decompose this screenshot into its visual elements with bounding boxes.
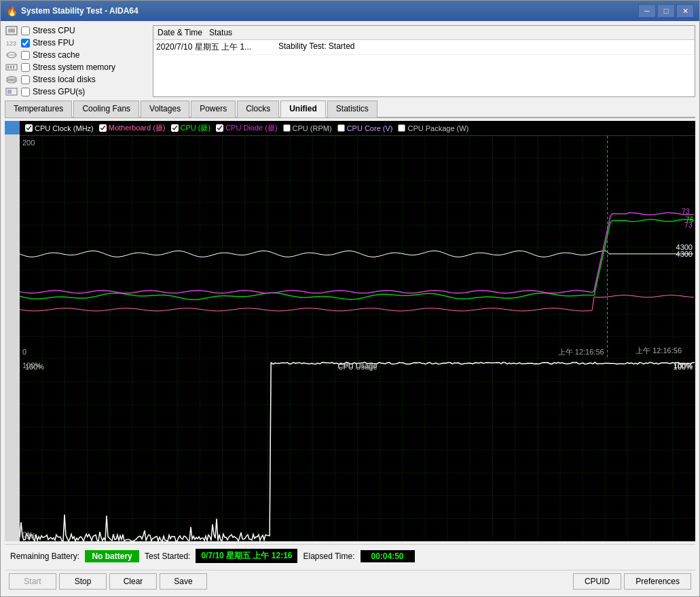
tab-unified[interactable]: Unified <box>280 101 326 117</box>
test-started-label: Test Started: <box>145 551 190 561</box>
legend-motherboard-label: Motherboard (摄) <box>109 123 166 133</box>
svg-text:73: 73 <box>682 207 690 215</box>
stress-gpu-checkbox[interactable] <box>21 88 30 96</box>
svg-rect-6 <box>7 66 9 69</box>
save-button[interactable]: Save <box>160 573 207 590</box>
top-section: Stress CPU 123 Stress FPU <box>5 25 695 97</box>
test-started-value: 0/7/10 星期五 上午 12:16 <box>196 549 297 563</box>
maximize-button[interactable]: □ <box>657 4 675 18</box>
stress-cache-item: Stress cache <box>5 50 147 60</box>
status-header: Date & Time Status <box>153 26 695 40</box>
legend-cpu-diode-checkbox[interactable] <box>216 124 223 132</box>
top-graph-svg: 73764300上午 12:16:56 <box>20 136 695 359</box>
stress-disks-checkbox[interactable] <box>21 75 30 84</box>
tab-clocks[interactable]: Clocks <box>237 101 279 117</box>
stress-cpu-label: Stress CPU <box>33 26 75 35</box>
battery-value: No battery <box>85 550 139 562</box>
svg-text:100%: 100% <box>674 363 693 371</box>
stress-fpu-label: Stress FPU <box>33 38 74 48</box>
legend-cpu-rpm-label: CPU (RPM) <box>293 124 332 132</box>
stress-disks-label: Stress local disks <box>33 75 96 84</box>
legend-cpu-package-label: CPU Package (W) <box>407 124 468 132</box>
stress-memory-checkbox[interactable] <box>21 63 30 72</box>
status-header-cell: Status <box>208 27 238 38</box>
cpuid-button[interactable]: CPUID <box>573 573 621 590</box>
tabs-section: Temperatures Cooling Fans Voltages Power… <box>5 100 695 118</box>
stress-fpu-item: 123 Stress FPU <box>5 37 147 48</box>
gpu-icon <box>5 86 18 97</box>
stress-memory-item: Stress system memory <box>5 62 147 73</box>
status-panel: Date & Time Status 2020/7/10 星期五 上午 1...… <box>153 25 695 97</box>
stress-cpu-checkbox[interactable] <box>21 26 30 35</box>
stress-memory-label: Stress system memory <box>33 62 115 72</box>
title-bar: 🔥 System Stability Test - AIDA64 ─ □ ✕ <box>1 1 699 21</box>
svg-text:4300: 4300 <box>676 250 693 258</box>
bottom-graph-svg: 100%0%CPU Usage100% <box>20 359 695 541</box>
status-row-0: 2020/7/10 星期五 上午 1... Stability Test: St… <box>153 40 695 55</box>
legend-cpu-label: CPU (摄) <box>181 123 211 133</box>
sidebar-scroll[interactable] <box>5 121 20 541</box>
legend-cpu-clock-checkbox[interactable] <box>25 124 33 132</box>
top-graph-container: 73764300上午 12:16:56 200 0 73 4300 上午 12:… <box>20 136 695 359</box>
svg-text:100%: 100% <box>25 363 44 371</box>
svg-text:CPU Usage: CPU Usage <box>337 363 377 371</box>
stress-disks-item: Stress local disks <box>5 74 147 85</box>
app-icon: 🔥 <box>6 5 17 16</box>
remaining-battery-label: Remaining Battery: <box>10 551 79 561</box>
legend-cpu-diode: CPU Diode (摄) <box>216 123 277 133</box>
legend-cpu-core-v: CPU Core (V) <box>337 124 393 132</box>
stress-cache-checkbox[interactable] <box>21 51 30 60</box>
svg-rect-8 <box>13 66 14 69</box>
legend-cpu-rpm-checkbox[interactable] <box>283 124 291 132</box>
stress-cpu-item: Stress CPU <box>5 25 147 36</box>
svg-rect-1 <box>8 29 15 33</box>
elapsed-time-label: Elapsed Time: <box>303 551 354 561</box>
legend-cpu-clock: CPU Clock (MHz) <box>25 124 94 132</box>
stress-fpu-checkbox[interactable] <box>21 39 30 48</box>
tabs-bar: Temperatures Cooling Fans Voltages Power… <box>5 100 695 118</box>
stress-gpu-item: Stress GPU(s) <box>5 86 147 97</box>
svg-rect-13 <box>7 90 12 94</box>
legend-motherboard-checkbox[interactable] <box>99 124 107 132</box>
legend-cpu-package-checkbox[interactable] <box>398 124 405 132</box>
tab-temperatures[interactable]: Temperatures <box>5 101 72 117</box>
legend-cpu-core-v-checkbox[interactable] <box>337 124 345 132</box>
stress-cache-label: Stress cache <box>33 50 79 60</box>
svg-text:123: 123 <box>6 40 16 47</box>
bottom-graph-container: 100%0%CPU Usage100% CPU Usage 100% 0% 10… <box>20 359 695 541</box>
button-bar: Start Stop Clear Save CPUID Preferences <box>5 570 695 592</box>
cpu-icon <box>5 25 18 36</box>
graphs-wrapper: CPU Clock (MHz) Motherboard (摄) CPU (摄) … <box>5 121 695 541</box>
legend-cpu: CPU (摄) <box>171 123 211 133</box>
status-value-text: Stability Test: Started <box>277 41 361 54</box>
legend-cpu-core-v-label: CPU Core (V) <box>347 124 393 132</box>
legend-cpu-rpm: CPU (RPM) <box>283 124 332 132</box>
tab-statistics[interactable]: Statistics <box>327 101 377 117</box>
close-button[interactable]: ✕ <box>676 4 694 18</box>
tab-voltages[interactable]: Voltages <box>141 101 189 117</box>
legend-motherboard: Motherboard (摄) <box>99 123 166 133</box>
graph-inner: CPU Clock (MHz) Motherboard (摄) CPU (摄) … <box>20 121 695 541</box>
tab-cooling-fans[interactable]: Cooling Fans <box>73 101 139 117</box>
checkboxes-panel: Stress CPU 123 Stress FPU <box>5 25 147 97</box>
stop-button[interactable]: Stop <box>59 573 107 590</box>
start-button[interactable]: Start <box>9 573 56 590</box>
elapsed-value: 00:04:50 <box>361 550 415 562</box>
main-content: Stress CPU 123 Stress FPU <box>1 21 699 596</box>
datetime-value: 2020/7/10 星期五 上午 1... <box>155 41 277 54</box>
legend-cpu-checkbox[interactable] <box>171 124 179 132</box>
disks-icon <box>5 74 18 85</box>
preferences-button[interactable]: Preferences <box>624 573 691 590</box>
svg-text:76: 76 <box>686 215 694 223</box>
main-window: 🔥 System Stability Test - AIDA64 ─ □ ✕ <box>0 0 700 597</box>
svg-point-11 <box>7 77 16 80</box>
bottom-status-bar: Remaining Battery: No battery Test Start… <box>5 544 695 567</box>
clear-button[interactable]: Clear <box>109 573 157 590</box>
fpu-icon: 123 <box>5 37 18 48</box>
minimize-button[interactable]: ─ <box>638 4 656 18</box>
svg-rect-7 <box>10 66 12 69</box>
tab-powers[interactable]: Powers <box>191 101 236 117</box>
window-controls: ─ □ ✕ <box>638 4 694 18</box>
legend-cpu-clock-label: CPU Clock (MHz) <box>35 124 94 132</box>
stress-gpu-label: Stress GPU(s) <box>33 87 85 96</box>
